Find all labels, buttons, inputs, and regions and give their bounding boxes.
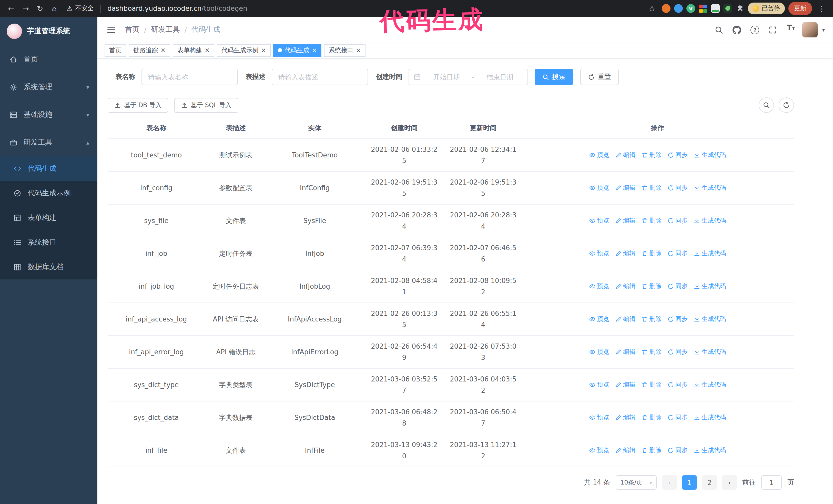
row-action-delete[interactable]: 删除 xyxy=(641,282,662,291)
row-action-edit[interactable]: 编辑 xyxy=(615,315,635,323)
close-icon[interactable]: × xyxy=(312,47,317,53)
tag-home[interactable]: 首页 xyxy=(104,44,126,57)
row-action-delete[interactable]: 删除 xyxy=(641,413,662,422)
row-action-delete[interactable]: 删除 xyxy=(641,380,662,389)
sidebar-item-system-api[interactable]: 系统接口 xyxy=(0,230,97,255)
import-sql-button[interactable]: 基于 SQL 导入 xyxy=(174,98,238,113)
browser-extension-icon-1[interactable] xyxy=(662,4,670,13)
row-action-preview[interactable]: 预览 xyxy=(589,315,609,323)
row-action-edit[interactable]: 编辑 xyxy=(615,347,635,356)
row-action-generate[interactable]: 生成代码 xyxy=(693,151,726,160)
help-icon[interactable]: ? xyxy=(748,23,762,37)
row-action-sync[interactable]: 同步 xyxy=(667,347,688,356)
extensions-puzzle-icon[interactable] xyxy=(736,4,744,13)
close-icon[interactable]: × xyxy=(205,47,210,53)
tag-codegen-active[interactable]: 代码生成 × xyxy=(273,44,322,57)
reload-icon[interactable]: ↻ xyxy=(34,2,46,15)
row-action-generate[interactable]: 生成代码 xyxy=(693,413,726,422)
tag-tracing[interactable]: 链路追踪 × xyxy=(129,44,170,57)
avatar-caret-icon[interactable]: ▾ xyxy=(822,27,825,32)
sidebar-logo[interactable]: 芋道管理系统 xyxy=(0,17,97,46)
row-action-sync[interactable]: 同步 xyxy=(667,380,688,389)
tag-system-api[interactable]: 系统接口 × xyxy=(324,44,366,57)
tag-form-builder[interactable]: 表单构建 × xyxy=(173,44,214,57)
row-action-delete[interactable]: 删除 xyxy=(641,446,662,455)
row-action-preview[interactable]: 预览 xyxy=(589,151,609,160)
profile-paused-chip[interactable]: 已暂停 xyxy=(748,3,785,14)
row-action-sync[interactable]: 同步 xyxy=(667,184,688,192)
bookmark-star-icon[interactable]: ☆ xyxy=(646,2,658,15)
date-start-input[interactable] xyxy=(423,73,469,81)
security-indicator[interactable]: ⚠ 不安全 xyxy=(67,4,94,13)
row-action-delete[interactable]: 删除 xyxy=(641,347,662,356)
date-end-input[interactable] xyxy=(477,73,523,81)
browser-menu-kebab-icon[interactable]: ⋮ xyxy=(815,2,828,15)
row-action-preview[interactable]: 预览 xyxy=(589,216,609,225)
close-icon[interactable]: × xyxy=(261,47,266,53)
row-action-preview[interactable]: 预览 xyxy=(589,413,609,422)
sidebar-item-codegen-example[interactable]: 代码生成示例 xyxy=(0,181,97,206)
table-desc-input[interactable] xyxy=(272,69,368,85)
row-action-preview[interactable]: 预览 xyxy=(589,249,609,258)
row-action-delete[interactable]: 删除 xyxy=(641,249,662,258)
row-action-delete[interactable]: 删除 xyxy=(641,151,662,160)
fullscreen-icon[interactable] xyxy=(766,23,780,37)
page-size-select[interactable]: 10条/页 ▾ xyxy=(616,475,657,490)
row-action-delete[interactable]: 删除 xyxy=(641,315,662,323)
url-bar[interactable]: dashboard.yudao.iocoder.cn/tool/codegen xyxy=(108,5,644,12)
sidebar-toggle-icon[interactable] xyxy=(105,24,117,35)
font-size-icon[interactable]: TT xyxy=(784,23,798,37)
next-page-button[interactable]: › xyxy=(722,475,737,490)
sidebar-item-infra[interactable]: 基础设施 ▾ xyxy=(0,101,97,129)
sidebar-item-codegen[interactable]: 代码生成 xyxy=(0,157,97,181)
row-action-generate[interactable]: 生成代码 xyxy=(693,282,726,291)
row-action-preview[interactable]: 预览 xyxy=(589,380,609,389)
import-db-button[interactable]: 基于 DB 导入 xyxy=(108,98,168,113)
forward-icon[interactable]: → xyxy=(20,2,32,15)
row-action-sync[interactable]: 同步 xyxy=(667,249,688,258)
home-icon[interactable]: ⌂ xyxy=(48,2,61,15)
breadcrumb-devtools[interactable]: 研发工具 xyxy=(151,25,180,34)
row-action-generate[interactable]: 生成代码 xyxy=(693,249,726,258)
row-action-preview[interactable]: 预览 xyxy=(589,446,609,455)
row-action-delete[interactable]: 删除 xyxy=(641,184,662,192)
row-action-preview[interactable]: 预览 xyxy=(589,184,609,192)
row-action-edit[interactable]: 编辑 xyxy=(615,413,635,422)
row-action-sync[interactable]: 同步 xyxy=(667,446,688,455)
row-action-generate[interactable]: 生成代码 xyxy=(693,315,726,323)
browser-extension-icon-5[interactable] xyxy=(711,4,720,13)
goto-page-input[interactable] xyxy=(761,475,782,490)
row-action-generate[interactable]: 生成代码 xyxy=(693,216,726,225)
page-button-1[interactable]: 1 xyxy=(682,475,697,490)
browser-extension-icon-6[interactable] xyxy=(723,4,732,13)
github-icon[interactable] xyxy=(731,23,744,37)
row-action-preview[interactable]: 预览 xyxy=(589,282,609,291)
row-action-edit[interactable]: 编辑 xyxy=(615,184,635,192)
row-action-generate[interactable]: 生成代码 xyxy=(693,347,726,356)
tag-codegen-example[interactable]: 代码生成示例 × xyxy=(217,44,271,57)
sidebar-item-system[interactable]: 系统管理 ▾ xyxy=(0,73,97,101)
row-action-sync[interactable]: 同步 xyxy=(667,413,688,422)
row-action-sync[interactable]: 同步 xyxy=(667,151,688,160)
row-action-edit[interactable]: 编辑 xyxy=(615,151,635,160)
sidebar-item-db-docs[interactable]: 数据库文档 xyxy=(0,255,97,280)
row-action-edit[interactable]: 编辑 xyxy=(615,216,635,225)
browser-extension-icon-4[interactable] xyxy=(699,4,708,13)
page-button-2[interactable]: 2 xyxy=(702,475,717,490)
prev-page-button[interactable]: ‹ xyxy=(662,475,677,490)
sidebar-item-home[interactable]: 首页 xyxy=(0,46,97,73)
update-button[interactable]: 更新 xyxy=(788,2,812,15)
row-action-sync[interactable]: 同步 xyxy=(667,315,688,323)
breadcrumb-home[interactable]: 首页 xyxy=(125,25,139,34)
vue-devtools-extension-icon[interactable]: V xyxy=(686,4,695,13)
back-icon[interactable]: ← xyxy=(5,2,18,15)
close-icon[interactable]: × xyxy=(161,47,166,53)
user-avatar[interactable] xyxy=(802,22,818,38)
reset-button[interactable]: 重置 xyxy=(580,69,619,85)
sidebar-item-form-builder[interactable]: 表单构建 xyxy=(0,206,97,230)
row-action-generate[interactable]: 生成代码 xyxy=(693,446,726,455)
row-action-edit[interactable]: 编辑 xyxy=(615,249,635,258)
sidebar-item-devtools[interactable]: 研发工具 ▴ xyxy=(0,129,97,157)
refresh-button[interactable] xyxy=(779,97,794,113)
search-icon[interactable] xyxy=(713,23,726,37)
